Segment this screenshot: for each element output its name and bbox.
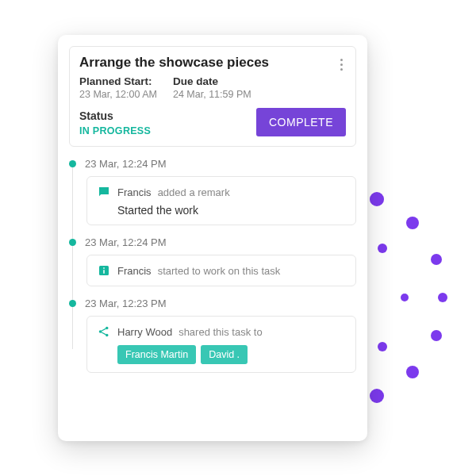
status-value: IN PROGRESS	[79, 125, 151, 136]
actor-name: Francis	[117, 186, 152, 198]
svg-point-3	[431, 254, 442, 265]
timeline-card: Harry Wood shared this task to Francis M…	[86, 316, 356, 373]
planned-start-value: 23 Mar, 12:00 AM	[79, 89, 157, 100]
complete-button[interactable]: COMPLETE	[256, 108, 346, 136]
action-text: added a remark	[158, 186, 230, 198]
timeline-item: 23 Mar, 12:23 PM Harry Wood shared this …	[82, 298, 356, 373]
remark-text: Started the work	[117, 204, 346, 217]
due-date-label: Due date	[173, 75, 251, 87]
timeline-item: 23 Mar, 12:24 PM Francis added a remark …	[82, 158, 356, 225]
user-tag[interactable]: David .	[201, 345, 248, 364]
svg-point-6	[406, 366, 419, 378]
activity-timeline: 23 Mar, 12:24 PM Francis added a remark …	[69, 158, 356, 373]
planned-start: Planned Start: 23 Mar, 12:00 AM	[79, 75, 157, 100]
user-tag[interactable]: Francis Martin	[117, 345, 196, 364]
timeline-dot	[69, 300, 76, 307]
timeline-card: Francis added a remark Started the work	[86, 176, 356, 225]
svg-point-17	[378, 244, 387, 253]
svg-point-19	[378, 342, 387, 351]
due-date-value: 24 Mar, 11:59 PM	[173, 89, 251, 100]
timeline-item: 23 Mar, 12:24 PM Francis started to work…	[82, 236, 356, 286]
action-text: started to work on this task	[158, 265, 281, 277]
planned-start-label: Planned Start:	[79, 75, 157, 87]
svg-rect-26	[103, 270, 105, 274]
more-icon[interactable]	[333, 55, 349, 74]
svg-point-5	[431, 330, 442, 341]
status: Status IN PROGRESS	[79, 109, 151, 136]
status-label: Status	[79, 109, 151, 122]
timeline-time: 23 Mar, 12:23 PM	[85, 298, 356, 309]
svg-point-1	[370, 192, 384, 206]
comment-icon	[97, 185, 111, 199]
action-text: shared this task to	[178, 326, 263, 338]
timeline-time: 23 Mar, 12:24 PM	[85, 158, 356, 170]
svg-point-4	[438, 293, 447, 302]
actor-name: Harry Wood	[117, 326, 172, 338]
svg-rect-25	[103, 267, 105, 269]
actor-name: Francis	[117, 265, 152, 277]
task-card: Arrange the showcase pieces Planned Star…	[58, 35, 367, 441]
task-header: Arrange the showcase pieces Planned Star…	[69, 46, 356, 147]
due-date: Due date 24 Mar, 11:59 PM	[173, 75, 251, 100]
shared-with-tags: Francis Martin David .	[117, 345, 346, 364]
timeline-time: 23 Mar, 12:24 PM	[85, 236, 356, 248]
info-icon	[97, 263, 111, 278]
svg-point-2	[406, 217, 419, 229]
svg-point-7	[370, 389, 384, 403]
timeline-card: Francis started to work on this task	[86, 255, 356, 286]
task-title: Arrange the showcase pieces	[79, 55, 346, 71]
timeline-dot	[69, 160, 76, 167]
svg-point-18	[401, 294, 409, 301]
timeline-dot	[69, 239, 76, 246]
share-icon	[97, 324, 111, 339]
